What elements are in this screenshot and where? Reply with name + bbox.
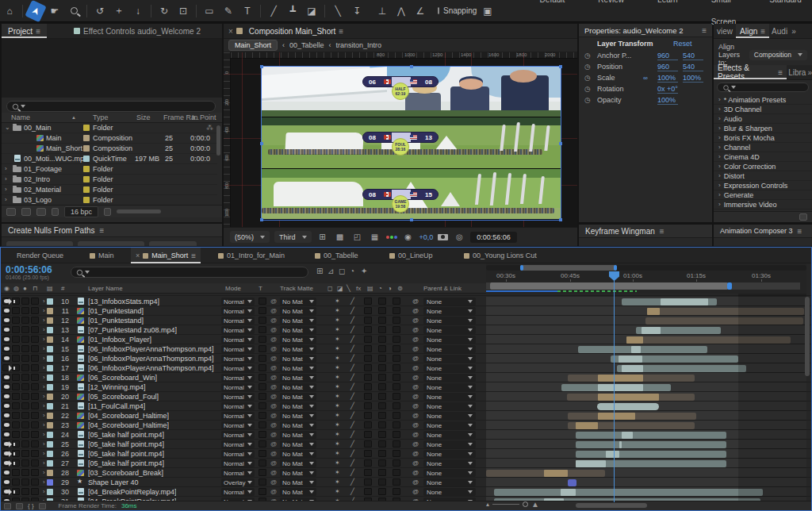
new-panel-icon[interactable]: [799, 213, 807, 221]
parent-pickwhip-icon[interactable]: @: [412, 298, 419, 305]
orbit-camera-tool[interactable]: ↺: [91, 3, 109, 19]
audio-switch[interactable]: [12, 374, 20, 381]
solo-switch[interactable]: [21, 469, 29, 476]
t-switch[interactable]: [259, 478, 266, 486]
layer-duration-bar[interactable]: [636, 327, 721, 334]
label-color-swatch[interactable]: [47, 422, 53, 428]
track-matte-dropdown[interactable]: No Mat: [280, 393, 316, 401]
twirl-icon[interactable]: ›: [43, 326, 45, 333]
collapse-transformations-icon[interactable]: ✶: [335, 355, 340, 362]
fx-switch[interactable]: [364, 374, 372, 381]
track-matte-dropdown[interactable]: No Mat: [280, 459, 316, 467]
layer-row[interactable]: ›18[06_Scoreboard_Win]Normal@No Mat✶╱@No…: [1, 373, 812, 382]
audio-switch[interactable]: [12, 355, 20, 362]
local-axis-mode[interactable]: ⊥: [373, 3, 391, 19]
lock-switch[interactable]: [31, 336, 39, 343]
col-t[interactable]: T: [259, 285, 262, 292]
twirl-icon[interactable]: ›: [718, 134, 721, 141]
audio-switch[interactable]: [12, 431, 20, 438]
track-matte-dropdown[interactable]: No Mat: [280, 478, 316, 486]
effects-category[interactable]: ›Channel: [714, 143, 812, 152]
parent-pickwhip-icon[interactable]: @: [412, 383, 419, 390]
effects-category[interactable]: ›Color Correction: [714, 162, 812, 171]
collapse-transformations-icon[interactable]: ✶: [335, 364, 340, 371]
track-matte-dropdown[interactable]: No Mat: [280, 336, 316, 344]
solo-switch[interactable]: [21, 307, 29, 314]
fx-switch[interactable]: [364, 488, 372, 495]
track-matte-dropdown[interactable]: No Mat: [280, 440, 316, 448]
quality-icon[interactable]: ╱: [350, 336, 354, 343]
track-matte-dropdown[interactable]: No Mat: [280, 383, 316, 391]
mode-dropdown[interactable]: Normal: [221, 355, 255, 363]
threed-switch[interactable]: [393, 431, 400, 438]
twirl-icon[interactable]: ›: [5, 186, 7, 193]
solo-switch[interactable]: [21, 317, 29, 324]
effects-search[interactable]: [717, 83, 809, 92]
transform-value[interactable]: 960: [657, 52, 678, 60]
switches-rasterize-icon[interactable]: ◪: [337, 285, 343, 292]
parent-dropdown[interactable]: None: [423, 383, 476, 391]
twirl-icon[interactable]: ›: [718, 125, 721, 132]
motion-blur-switch[interactable]: [378, 374, 386, 381]
pickwhip-icon[interactable]: @: [270, 440, 277, 448]
t-switch[interactable]: [259, 393, 266, 400]
layer-row[interactable]: ›27[05_take half point.mp4]Normal@No Mat…: [1, 459, 812, 468]
parent-dropdown[interactable]: None: [423, 336, 476, 344]
project-row[interactable]: 00_Moti...WUC.mp4QuickTime197 MB250:00:0: [2, 154, 217, 164]
twirl-icon[interactable]: ›: [5, 175, 7, 182]
t-switch[interactable]: [259, 374, 266, 381]
motion-blur-switch[interactable]: [378, 364, 386, 371]
twirl-icon[interactable]: ›: [43, 402, 45, 409]
quality-icon[interactable]: ╱: [350, 317, 354, 324]
t-switch[interactable]: [259, 326, 266, 333]
layer-duration-bar[interactable]: [568, 479, 576, 486]
pickwhip-icon[interactable]: @: [270, 326, 277, 333]
fx-switch[interactable]: [364, 355, 372, 362]
collapse-transformations-icon[interactable]: ✶: [335, 440, 340, 448]
track-matte-dropdown[interactable]: No Mat: [280, 431, 316, 439]
audio-switch[interactable]: [12, 364, 20, 371]
twirl-icon[interactable]: ›: [718, 163, 721, 170]
threed-switch[interactable]: [393, 317, 400, 324]
lock-switch[interactable]: [31, 440, 39, 448]
layer-duration-bar[interactable]: [568, 422, 695, 429]
video-switch[interactable]: [2, 326, 10, 333]
label-color-swatch[interactable]: [83, 125, 90, 131]
panel-menu-icon[interactable]: ≡: [99, 226, 104, 235]
adjust-icon[interactable]: [52, 208, 59, 216]
parent-pickwhip-icon[interactable]: @: [412, 421, 419, 428]
threed-switch[interactable]: [393, 355, 400, 362]
label-color-swatch[interactable]: [47, 489, 53, 495]
layer-row[interactable]: ›15[06_InfoboxPlayerAnnaThompson.mp4]Nor…: [1, 344, 812, 354]
label-color-swatch[interactable]: [83, 156, 90, 162]
trash-icon[interactable]: [104, 208, 111, 216]
effects-category[interactable]: ›Cinema 4D: [714, 152, 812, 162]
layer-duration-bar[interactable]: [611, 355, 738, 363]
effects-category[interactable]: ›3D Channel: [714, 105, 812, 114]
parent-dropdown[interactable]: None: [423, 469, 476, 477]
tab-composition[interactable]: Composition Main_Short≡: [243, 24, 350, 38]
layer-row[interactable]: ›26[05_take half point.mp4]Normal@No Mat…: [1, 449, 812, 459]
motion-blur-icon[interactable]: ✦: [361, 267, 367, 275]
layer-duration-bar[interactable]: [568, 375, 695, 382]
collapse-transformations-icon[interactable]: ✶: [335, 469, 340, 476]
resolution-dropdown[interactable]: Third: [274, 231, 312, 243]
col-mode[interactable]: Mode: [225, 285, 241, 292]
mode-dropdown[interactable]: Normal: [221, 383, 255, 391]
fx-switch[interactable]: [364, 307, 372, 314]
audio-column-icon[interactable]: ◍: [13, 285, 19, 292]
layer-duration-bar[interactable]: [576, 432, 726, 439]
twirl-icon[interactable]: ›: [718, 182, 721, 189]
lock-switch[interactable]: [31, 364, 39, 371]
stopwatch-icon[interactable]: ◷: [584, 85, 592, 93]
fx-switch[interactable]: [364, 336, 372, 343]
layer-duration-bar[interactable]: [576, 441, 726, 448]
tab-overflow-icon[interactable]: »: [791, 27, 796, 36]
mode-dropdown[interactable]: Normal: [221, 345, 255, 353]
effects-category[interactable]: ›Distort: [714, 171, 812, 181]
col-number[interactable]: #: [61, 285, 64, 292]
audio-switch[interactable]: [12, 478, 20, 486]
render-cache-icon[interactable]: [4, 503, 11, 509]
layer-row[interactable]: ›14[01_Infobox_Player]Normal@No Mat✶╱@No…: [1, 335, 812, 344]
fx-switch[interactable]: [364, 383, 372, 390]
